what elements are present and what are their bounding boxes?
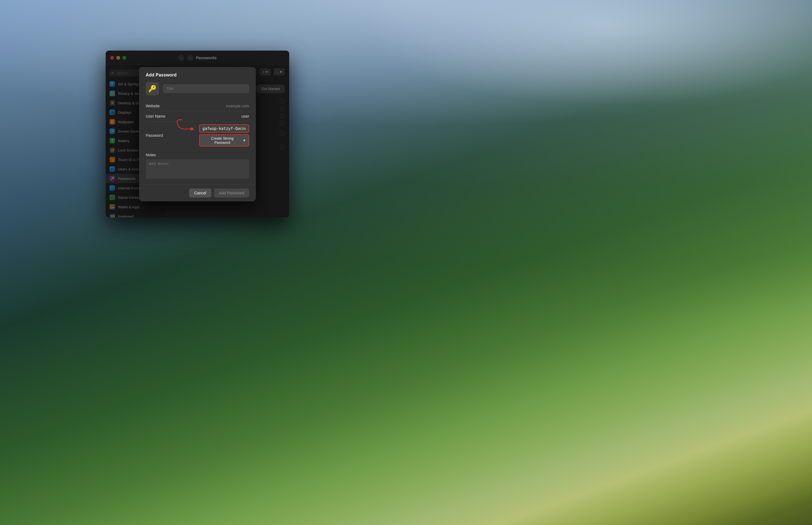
username-field-row: User Name xyxy=(146,111,249,121)
website-field-row: Website example.com xyxy=(146,101,249,111)
add-password-button[interactable]: Add Password xyxy=(214,189,249,197)
website-label: Website xyxy=(146,104,176,108)
modal-title-input[interactable] xyxy=(163,84,249,93)
modal-title: Add Password xyxy=(146,73,249,78)
create-strong-chevron: ▾ xyxy=(243,138,245,142)
create-strong-password-button[interactable]: Create Strong Password ▾ xyxy=(199,134,249,147)
password-input[interactable] xyxy=(199,124,249,133)
notes-textarea[interactable] xyxy=(146,159,249,179)
username-label: User Name xyxy=(146,114,176,118)
password-field-wrap: Create Strong Password ▾ xyxy=(176,124,249,147)
notes-section: Notes xyxy=(139,153,256,184)
create-strong-label: Create Strong Password xyxy=(203,136,242,145)
modal-fields: Website example.com User Name Password C… xyxy=(139,101,256,149)
username-input[interactable] xyxy=(176,114,249,118)
modal-overlay: Add Password 🔑 Website example.com User … xyxy=(106,50,289,217)
modal-header: Add Password 🔑 xyxy=(139,67,256,95)
notes-label: Notes xyxy=(146,153,249,157)
cancel-button[interactable]: Cancel xyxy=(189,189,211,197)
system-preferences-window: ‹ › Passwords 🎙 Siri & Spotlight 🔒 Priva… xyxy=(106,50,289,217)
key-icon: 🔑 xyxy=(148,85,156,93)
modal-footer: Cancel Add Password xyxy=(139,184,256,201)
modal-icon-row: 🔑 xyxy=(146,82,249,95)
password-label: Password xyxy=(146,133,176,138)
add-password-modal: Add Password 🔑 Website example.com User … xyxy=(139,67,256,201)
modal-app-icon: 🔑 xyxy=(146,82,159,95)
website-value: example.com xyxy=(176,104,249,108)
password-field-row: Password Create Strong Password ▾ xyxy=(146,121,249,149)
